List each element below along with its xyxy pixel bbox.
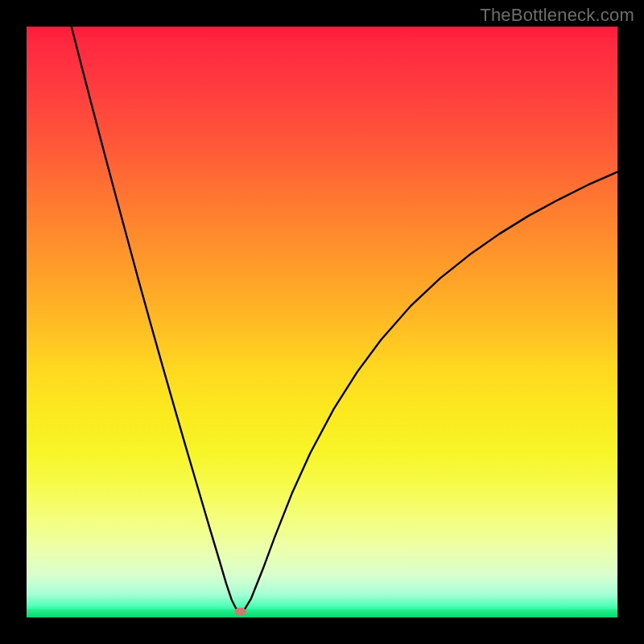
chart-frame: TheBottleneck.com bbox=[0, 0, 644, 644]
minimum-marker bbox=[235, 608, 246, 616]
curve-left-branch bbox=[72, 27, 239, 612]
watermark-text: TheBottleneck.com bbox=[480, 5, 634, 26]
plot-area bbox=[27, 27, 617, 617]
curve-right-branch bbox=[239, 172, 617, 612]
curve-layer bbox=[27, 27, 617, 617]
